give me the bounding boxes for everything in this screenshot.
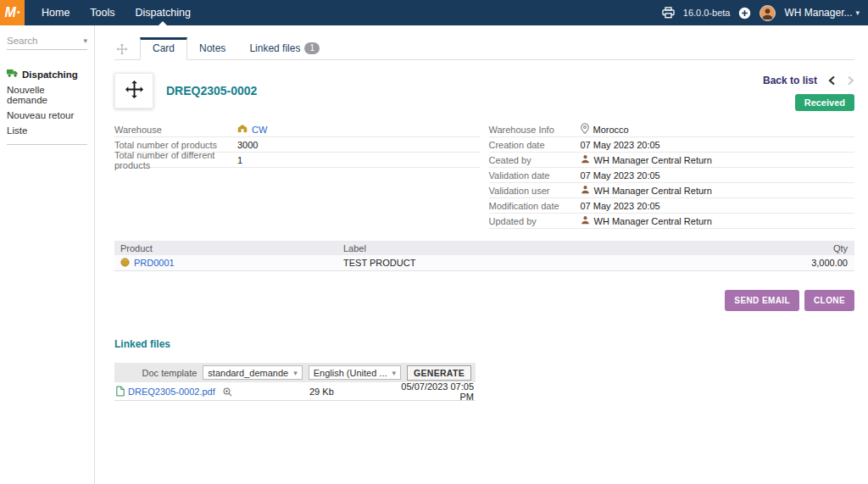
generate-button[interactable]: GENERATE	[407, 365, 471, 381]
field-modification-date: Modification date 07 May 2023 20:05	[489, 198, 855, 214]
search-input[interactable]	[7, 36, 75, 46]
sidebar-item-nouveau-retour[interactable]: Nouveau retour	[7, 108, 87, 122]
menu-tools[interactable]: Tools	[80, 0, 125, 25]
product-table-header: Product Label Qty	[114, 241, 854, 255]
sidebar-item-dispatching[interactable]: Dispatching	[7, 67, 87, 81]
field-total-different-products: Total number of different products 1	[114, 153, 481, 168]
avatar[interactable]	[760, 5, 776, 21]
menu-home[interactable]: Home	[31, 0, 80, 25]
product-qty: 3,000.00	[753, 258, 854, 268]
field-warehouse-info: Warehouse Info Morocco	[489, 122, 855, 137]
table-row[interactable]: PRD0001 TEST PRODUCT 3,000.00	[114, 255, 854, 271]
topbar-right: 16.0.0-beta WH Manager... ▾	[662, 0, 868, 25]
chevron-down-icon: ▾	[855, 8, 860, 17]
active-menu-pointer	[159, 21, 167, 25]
field-grid: Warehouse CW Total number of products 30…	[114, 122, 854, 229]
field-validation-user: Validation user WH Manager Central Retur…	[489, 183, 855, 198]
move-icon[interactable]	[116, 43, 128, 55]
record-title: DREQ2305-0002	[166, 84, 257, 111]
main-content: Card Notes Linked files 1 DREQ2305-0002	[95, 25, 868, 484]
app-logo-dot: •	[17, 8, 20, 17]
send-email-button[interactable]: SEND EMAIL	[725, 290, 799, 311]
map-marker-icon	[581, 123, 589, 136]
zoom-in-icon[interactable]	[223, 387, 232, 397]
file-size: 29 Kb	[260, 387, 389, 397]
language-select[interactable]: English (United ... ▾	[309, 365, 401, 380]
app-logo-glyph: M	[5, 6, 16, 19]
sidebar: ▾ Dispatching Nouvelle demande Nou	[0, 25, 95, 484]
field-warehouse: Warehouse CW	[114, 122, 481, 137]
chevron-left-icon[interactable]	[828, 75, 836, 86]
clone-button[interactable]: CLONE	[804, 290, 854, 311]
sidebar-search: ▾	[7, 36, 87, 50]
doc-template-label: Doc template	[142, 368, 198, 378]
search-caret-icon[interactable]: ▾	[83, 36, 87, 45]
sidebar-item-nouvelle-demande[interactable]: Nouvelle demande	[7, 83, 87, 107]
user-menu[interactable]: WH Manager... ▾	[784, 7, 860, 19]
linked-files-count-badge: 1	[304, 42, 320, 54]
field-creation-date: Creation date 07 May 2023 20:05	[489, 137, 855, 153]
linked-file-link[interactable]: DREQ2305-0002.pdf	[128, 387, 215, 397]
record-icon-card	[114, 73, 153, 108]
main-menu: Home Tools Dispatching	[31, 0, 201, 25]
app-logo[interactable]: M•	[0, 0, 25, 25]
user-icon	[581, 185, 590, 196]
record-header: DREQ2305-0002 Back to list Received	[114, 73, 854, 111]
fields-right-column: Warehouse Info Morocco Creation date 07 …	[489, 122, 855, 229]
product-label: TEST PRODUCT	[343, 258, 753, 268]
sidebar-divider	[7, 144, 87, 145]
tab-linked-files[interactable]: Linked files 1	[237, 38, 331, 59]
product-table: Product Label Qty PRD0001 TEST PRODUCT 3…	[114, 241, 854, 271]
file-date: 05/07/2023 07:05 PM	[389, 381, 476, 402]
user-icon	[581, 154, 590, 165]
document-generate-bar: Doc template standard_demande ▾ English …	[114, 363, 476, 382]
back-to-list-link[interactable]: Back to list	[763, 75, 817, 86]
user-icon	[581, 215, 590, 226]
field-updated-by: Updated by WH Manager Central Return	[489, 214, 855, 229]
printer-icon[interactable]	[662, 7, 675, 19]
move-icon	[125, 80, 144, 103]
warehouse-link[interactable]: CW	[252, 125, 267, 135]
field-created-by: Ceated by WH Manager Central Return	[489, 153, 855, 168]
sidebar-menu: Dispatching Nouvelle demande Nouveau ret…	[7, 67, 87, 145]
tab-notes[interactable]: Notes	[187, 38, 237, 59]
field-validation-date: Validation date 07 May 2023 20:05	[489, 168, 855, 183]
app-window: M• Home Tools Dispatching 16.0.0-beta	[0, 0, 868, 484]
warehouse-icon	[237, 124, 248, 135]
tab-bar: Card Notes Linked files 1	[114, 37, 854, 60]
linked-files-section: Linked files Doc template standard_deman…	[114, 338, 854, 401]
linked-files-heading: Linked files	[114, 338, 854, 350]
chevron-right-icon[interactable]	[847, 75, 854, 86]
fields-left-column: Warehouse CW Total number of products 30…	[114, 122, 481, 229]
chevron-down-icon: ▾	[293, 369, 298, 377]
add-icon[interactable]	[738, 7, 751, 19]
pdf-file-icon	[116, 386, 125, 398]
chevron-down-icon: ▾	[392, 369, 397, 377]
sidebar-item-liste[interactable]: Liste	[7, 124, 87, 137]
linked-file-row: DREQ2305-0002.pdf 29 Kb 05/07/2023 07:05…	[114, 383, 476, 401]
top-navbar: M• Home Tools Dispatching 16.0.0-beta	[0, 0, 868, 25]
record-nav: Back to list	[763, 75, 854, 86]
record-header-right: Back to list Received	[763, 73, 854, 111]
action-buttons: SEND EMAIL CLONE	[114, 290, 854, 311]
version-label: 16.0.0-beta	[683, 8, 731, 18]
tab-card[interactable]: Card	[140, 37, 187, 60]
doc-template-select[interactable]: standard_demande ▾	[203, 365, 302, 380]
status-badge: Received	[795, 94, 854, 111]
truck-icon	[7, 69, 19, 80]
menu-dispatching[interactable]: Dispatching	[125, 0, 201, 25]
product-link[interactable]: PRD0001	[134, 258, 175, 268]
product-icon	[120, 258, 130, 269]
